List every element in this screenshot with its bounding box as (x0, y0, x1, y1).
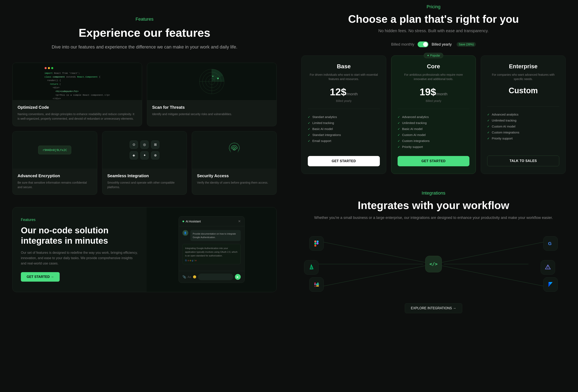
plan-name-core: Core (398, 63, 470, 70)
nocode-title: Our no-code solution integrates in minut… (21, 225, 138, 246)
price-period-base: /month (346, 92, 358, 96)
pricing-label: Pricing (301, 4, 566, 9)
card-content-security: Security Access Verify the identity of u… (192, 169, 276, 190)
card-content-optimized-code: Optimized Code Naming conventions, and d… (13, 100, 142, 126)
svg-rect-26 (314, 286, 316, 287)
chat-input[interactable] (198, 274, 233, 280)
icon-cell: ◈ (130, 151, 138, 160)
check-icon: ✓ (398, 121, 400, 125)
pricing-card-core: ✦ Popular Core For ambitious professiona… (391, 55, 476, 174)
features-label: Features (12, 16, 277, 22)
icon-cell: ⊞ (151, 140, 159, 149)
integration-node-center: </> (425, 256, 442, 272)
feature-card-scan-threats: Scan for Threats Identify and mitigate p… (147, 63, 277, 126)
ai-dot (183, 220, 184, 222)
check-icon: ✓ (487, 119, 490, 122)
pricing-subtitle: No hidden fees. No stress. Built with ea… (301, 29, 566, 33)
card-content-scan-threats: Scan for Threats Identify and mitigate p… (147, 100, 276, 121)
dot-green (51, 67, 53, 69)
plan-desc-base: For driven individuals who want to start… (308, 73, 380, 81)
check-icon: ✓ (398, 133, 400, 136)
features-title: Experience our features (12, 26, 277, 40)
user-avatar: 👤 (183, 230, 188, 236)
integrations-visual: G </> (301, 231, 566, 297)
svg-point-7 (212, 76, 213, 77)
svg-point-6 (217, 78, 219, 79)
enterprise-plan-button[interactable]: TALK TO SALES (487, 156, 559, 166)
price-billing-enterprise (487, 97, 559, 100)
check-icon: ✓ (398, 139, 400, 143)
dot-yellow (48, 67, 50, 69)
core-plan-button[interactable]: GET STARTED (398, 156, 470, 166)
plan-name-enterprise: Enterprise (487, 63, 559, 70)
price-amount-enterprise: Custom (509, 86, 538, 95)
price-amount-base: 12$ (330, 87, 346, 97)
feature-item: ✓ Standart integrations (308, 132, 380, 138)
feature-item: ✓ Basic AI model (398, 126, 470, 132)
integrations-section: Integrations Integrates with your workfl… (301, 190, 566, 313)
nocode-visual: AI Assistant ✕ 👤 Provide documentation o… (146, 207, 276, 292)
price-amount-core: 19$ (420, 87, 436, 97)
feature-item: ✓ Priority support (398, 144, 470, 150)
feature-card-optimized-code: import React from 'react'; class compone… (12, 63, 142, 126)
check-icon: ✓ (487, 113, 490, 116)
price-billing-base: Billed yearly (308, 99, 380, 103)
check-icon: ✓ (308, 139, 310, 143)
svg-line-10 (434, 241, 547, 264)
check-icon: ✓ (487, 125, 490, 128)
card-desc-seamless: Smoothly connect and operate with other … (107, 180, 182, 190)
send-button[interactable]: ▶ (235, 274, 241, 280)
plan-features-core: ✓ Advanced analytics ✓ Unlimited trackin… (398, 114, 470, 150)
integration-visual: ⊙ ◎ ⊞ ◈ ✦ ⊕ (102, 131, 187, 169)
icon-cell: ◎ (140, 140, 149, 149)
chat-close-icon[interactable]: ✕ (238, 219, 241, 223)
integrations-label: Integrations (301, 190, 566, 196)
attachment-icon[interactable]: 📎 (183, 275, 186, 278)
check-icon: ✓ (398, 115, 400, 119)
integrations-subtitle: Whether you're a small business or a lar… (301, 215, 566, 221)
check-icon: ✓ (308, 121, 310, 125)
card-desc: Naming conventions, and design principle… (18, 112, 137, 121)
fingerprint-icon (227, 141, 241, 159)
google-logo: Google (185, 259, 238, 261)
encrypt-badge: r9H4Dn0j9LYx2C (38, 146, 71, 154)
popular-badge: ✦ Popular (424, 53, 443, 58)
integrations-title: Integrates with your workflow (301, 199, 566, 212)
explore-integrations-button[interactable]: EXPLORE INTEGRATIONS → (405, 303, 462, 313)
icon-cell: ✦ (140, 151, 149, 160)
billing-toggle-switch[interactable] (418, 42, 428, 47)
nocode-section: Features Our no-code solution integrates… (12, 207, 277, 292)
ai-message: Integrating Google Authentication into y… (183, 244, 241, 264)
feature-item: ✓ Limited tracking (308, 120, 380, 126)
emoji-icon[interactable]: 😊 (193, 275, 196, 278)
card-title-security: Security Access (197, 174, 271, 178)
feature-card-security: Security Access Verify the identity of u… (192, 131, 277, 195)
feature-item: ✓ Advanced analytics (487, 111, 559, 117)
feature-item: ✓ Standart analytics (308, 114, 380, 120)
svg-text:G: G (548, 241, 552, 246)
ai-assistant-title: AI Assistant (183, 220, 201, 223)
billing-toggle: Billed monthly Billed yearly Save (39%) (301, 42, 566, 47)
feature-card-encryption: r9H4Dn0j9LYx2C Advanced Encryption Be su… (12, 131, 97, 195)
feature-item: ✓ Basic AI model (308, 126, 380, 132)
nocode-text: Features Our no-code solution integrates… (13, 207, 146, 292)
base-plan-button[interactable]: GET STARTED (308, 156, 380, 166)
card-desc-scan: Identify and mitigate potential security… (152, 112, 271, 116)
card-title: Optimized Code (18, 105, 137, 110)
pricing-section: Pricing Choose a plan that's right for y… (301, 0, 566, 174)
feature-item: ✓ Unlimited tracking (487, 117, 559, 123)
card-title-seamless: Seamless Integration (107, 174, 182, 178)
price-billing-core: Billed yearly (398, 99, 470, 103)
user-bubble: Provide documentation on how to integrat… (190, 230, 241, 241)
feature-item: ✓ Advanced analytics (398, 114, 470, 120)
icon-cell: ⊕ (151, 151, 159, 160)
text-icon[interactable]: Aa (188, 275, 191, 278)
svg-rect-15 (314, 241, 316, 242)
integration-node-nuxt (304, 260, 319, 275)
card-title-encryption: Advanced Encryption (18, 174, 92, 178)
svg-line-13 (320, 264, 434, 287)
check-icon: ✓ (308, 133, 310, 136)
plan-desc-core: For ambitious professionals who require … (398, 73, 470, 81)
svg-point-18 (316, 242, 319, 245)
get-started-button[interactable]: GET STARTED → (21, 272, 60, 282)
